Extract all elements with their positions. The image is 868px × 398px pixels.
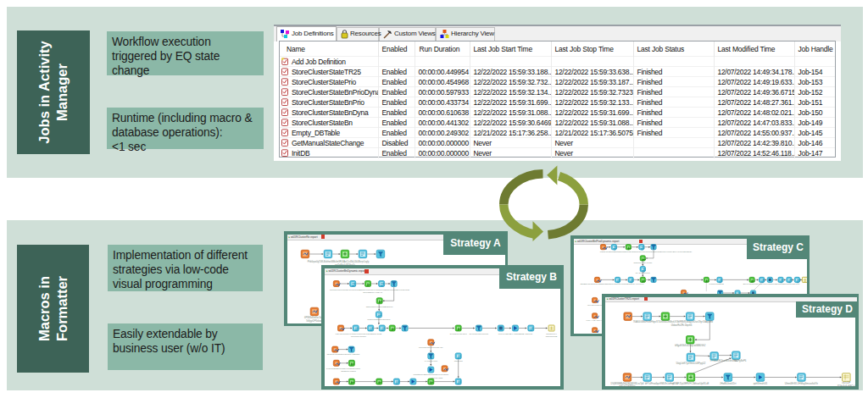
- svg-text:ddLEG7HkdGf7: ddLEG7HkdGf7: [341, 369, 356, 372]
- svg-text:81Fg8aKsEECvl: 81Fg8aKsEECvl: [837, 384, 855, 386]
- svg-text:WqG1lGg8Pt6PGMmjx1: WqG1lGg8Pt6PGMmjx1: [367, 318, 391, 321]
- svg-text:atsnB3LMRuDCCTnGE330kSfsGSPNvf: atsnB3LMRuDCCTnGE330kSfsGSPNvf51pTto4mjb…: [580, 284, 643, 285]
- svg-text:7A5FgBxP6: 7A5FgBxP6: [733, 359, 746, 362]
- svg-text:Phb0rpoi0gT0IfLBcbfnoGMbJmVRUI: Phb0rpoi0gT0IfLBcbfnoGMbJmVRUIAoCLr48a14…: [307, 259, 369, 263]
- svg-text:fr9Cp1DKNSyv: fr9Cp1DKNSyv: [620, 384, 637, 387]
- svg-text:Ulmn0ErWL1HMsg6msoxltaVIir: Ulmn0ErWL1HMsg6msoxltaVIir: [785, 381, 818, 384]
- svg-text:KHuqnSVupq: KHuqnSVupq: [425, 360, 438, 362]
- svg-text:Bol4UHDdJp7hDi4DSHJMu1CN5WGB6J: Bol4UHDdJp7hDi4DSHJMu1CN5WGB6JCk08ECq1p6…: [743, 284, 799, 285]
- svg-text:rCeVsprvuIfijoyU: rCeVsprvuIfijoyU: [587, 304, 602, 306]
- svg-text:JHwB0JvwUDrt: JHwB0JvwUDrt: [720, 381, 737, 384]
- svg-text:jVneAAvIDAdn6Ay2: jVneAAvIDAdn6Ay2: [585, 320, 604, 322]
- svg-text:rDp8eC487JgdRI6af17pkAFEn8zd: rDp8eC487JgdRI6af17pkAFEn8zd: [327, 353, 360, 356]
- svg-text:yFzpjRUa1829g2: yFzpjRUa1829g2: [709, 284, 724, 285]
- svg-text:JtSg9iqh: JtSg9iqh: [454, 360, 463, 362]
- svg-text:hjPk3TBMeyyMDHq: hjPk3TBMeyyMDHq: [363, 291, 382, 294]
- svg-text:0IdwoRe2Rc1bpm6: 0IdwoRe2Rc1bpm6: [671, 323, 693, 327]
- svg-text:CHChpoevbLJoLo: CHChpoevbLJoLo: [449, 332, 467, 334]
- svg-text:bF7ulFnw4qvr9MU9rJaHmf: bF7ulFnw4qvr9MU9rJaHmf: [645, 381, 674, 384]
- svg-text:leMeT8pzh9KpLMcNfASL: leMeT8pzh9KpLMcNfASL: [419, 346, 443, 349]
- svg-text:rk3Ugy8c7Eom5Dwt538oobSmzvr8e2: rk3Ugy8c7Eom5Dwt538oobSmzvr8e2rwRGzT6Ivb…: [599, 251, 692, 252]
- svg-text:pWAFJ1pUERVFC3bfsozUptSLxE: pWAFJ1pUERVFC3bfsozUptSLxE: [673, 381, 709, 384]
- svg-text:qohWmuh0I1: qohWmuh0I1: [754, 381, 768, 384]
- svg-text:8gpmmICiBl: 8gpmmICiBl: [546, 334, 558, 337]
- svg-text:5ktgLbtKTyzVmeLU6PpgU2: 5ktgLbtKTyzVmeLU6PpgU2: [676, 362, 706, 365]
- svg-text:imASyT0lNKtzJ6: imASyT0lNKtzJ6: [635, 273, 650, 274]
- svg-text:J8aTWhT9I1r2RvhsBkDaW9: J8aTWhT9I1r2RvhsBkDaW9: [366, 306, 394, 308]
- svg-text:nIiW9KKEp3E4AmggSBwBAD8WdT: nIiW9KKEp3E4AmggSBwBAD8WdT: [498, 332, 533, 334]
- svg-text:aeVPdoec8veGprSF: aeVPdoec8veGprSF: [469, 332, 488, 334]
- svg-text:nI1WUmVtzSRx: nI1WUmVtzSRx: [351, 335, 367, 338]
